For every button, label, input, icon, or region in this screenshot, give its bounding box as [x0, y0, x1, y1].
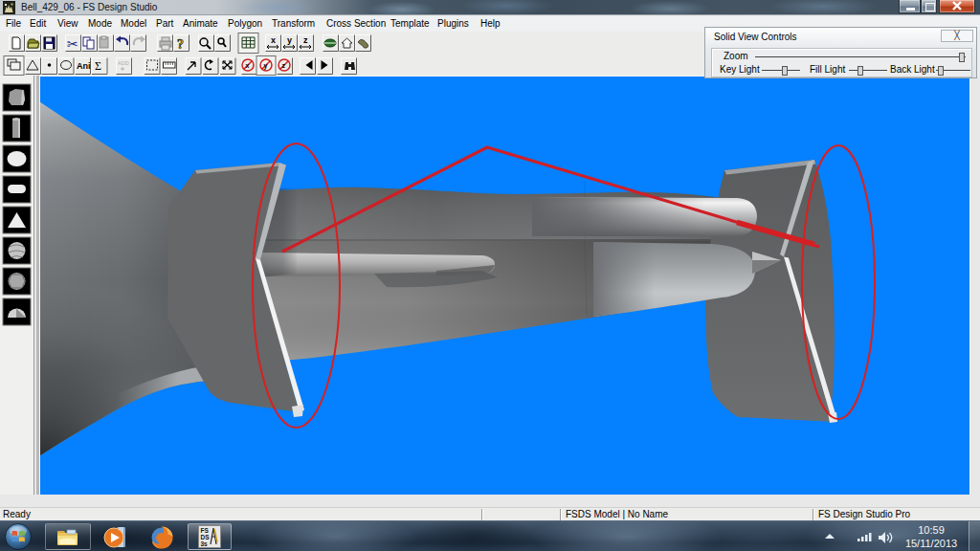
svg-text:ADD: ADD [118, 60, 129, 66]
svg-text:Ani: Ani [77, 61, 91, 71]
svg-text:z: z [303, 35, 308, 45]
svg-text:FS: FS [201, 527, 210, 534]
svg-text:z: z [282, 62, 286, 69]
svg-text:✂: ✂ [67, 36, 78, 52]
svg-text:x: x [271, 35, 276, 45]
svg-text:Σ: Σ [95, 59, 101, 73]
svg-text:DS: DS [201, 534, 211, 540]
svg-text:?: ? [177, 37, 184, 52]
svg-text:y: y [264, 62, 268, 70]
svg-text:3s: 3s [201, 540, 209, 547]
svg-text:y: y [287, 35, 292, 45]
svg-text:x: x [246, 62, 250, 69]
